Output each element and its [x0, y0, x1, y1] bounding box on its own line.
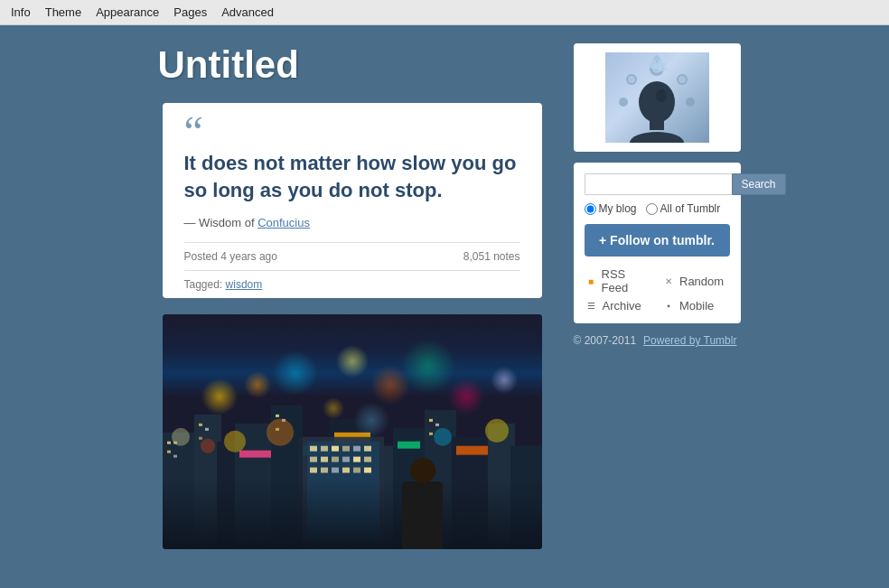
radio-all[interactable] — [646, 203, 658, 215]
svg-point-60 — [678, 76, 686, 83]
rss-icon: ■ — [585, 274, 598, 288]
avatar-background — [605, 52, 709, 143]
blog-title: Untitled — [149, 43, 556, 87]
bokeh-overlay — [163, 314, 542, 549]
svg-point-74 — [656, 89, 667, 102]
copyright-text: © 2007-2011 — [574, 334, 637, 347]
svg-rect-72 — [650, 121, 664, 130]
rss-feed-link[interactable]: ■ RSS Feed — [585, 267, 653, 294]
svg-point-62 — [628, 76, 635, 83]
quote-text: It does not matter how slow you go so lo… — [184, 150, 520, 203]
svg-point-71 — [639, 81, 675, 123]
search-row: Search — [585, 173, 730, 195]
radio-myblog-label[interactable]: My blog — [585, 202, 637, 215]
menubar: Info Theme Appearance Pages Advanced — [0, 0, 889, 25]
quote-meta: Posted 4 years ago 8,051 notes — [184, 242, 520, 270]
confucius-link[interactable]: Confucius — [257, 216, 310, 229]
svg-point-63 — [619, 98, 628, 107]
avatar-decoration-svg — [605, 52, 709, 143]
radio-myblog[interactable] — [585, 203, 596, 215]
random-link[interactable]: ✕ Random — [661, 267, 730, 294]
archive-link[interactable]: ☰ Archive — [585, 298, 653, 313]
mobile-icon: ▪ — [661, 298, 676, 313]
menu-info[interactable]: Info — [11, 5, 31, 19]
left-column: Untitled “ It does not matter how slow y… — [149, 43, 556, 588]
avatar-card — [574, 43, 741, 152]
follow-button[interactable]: + Follow on tumblr. — [585, 224, 730, 257]
sidebar-widget: Search My blog All of Tumblr + Follow on… — [574, 163, 741, 323]
quote-tags: Tagged: wisdom — [184, 270, 520, 298]
search-button[interactable]: Search — [732, 173, 786, 195]
wisdom-tag-link[interactable]: wisdom — [226, 278, 263, 291]
notes-count: 8,051 notes — [463, 250, 520, 263]
mobile-link[interactable]: ▪ Mobile — [661, 298, 730, 313]
quote-card: “ It does not matter how slow you go so … — [163, 103, 542, 298]
main-area: Untitled “ It does not matter how slow y… — [0, 25, 889, 588]
menu-advanced[interactable]: Advanced — [221, 5, 274, 19]
quote-marks-icon: “ — [184, 121, 520, 143]
radio-row: My blog All of Tumblr — [585, 202, 730, 215]
archive-icon: ☰ — [585, 298, 599, 313]
footer: © 2007-2011 Powered by Tumblr — [574, 334, 741, 347]
random-icon: ✕ — [661, 274, 676, 288]
quote-attribution: — Wisdom of Confucius — [184, 216, 520, 229]
links-grid: ■ RSS Feed ✕ Random ☰ Archive ▪ Mobile — [585, 267, 730, 313]
search-input[interactable] — [585, 173, 732, 195]
svg-point-70 — [657, 66, 668, 71]
menu-appearance[interactable]: Appearance — [96, 5, 159, 19]
sidebar: Search My blog All of Tumblr + Follow on… — [574, 43, 741, 588]
radio-all-label[interactable]: All of Tumblr — [646, 202, 721, 215]
city-photo — [163, 314, 542, 549]
svg-point-73 — [630, 132, 684, 143]
menu-theme[interactable]: Theme — [45, 5, 81, 19]
svg-point-64 — [686, 98, 695, 107]
avatar-image — [605, 52, 709, 143]
photo-card — [163, 314, 542, 549]
powered-by-link[interactable]: Powered by Tumblr — [643, 334, 736, 347]
menu-pages[interactable]: Pages — [173, 5, 207, 19]
posted-label: Posted 4 years ago — [184, 250, 277, 263]
